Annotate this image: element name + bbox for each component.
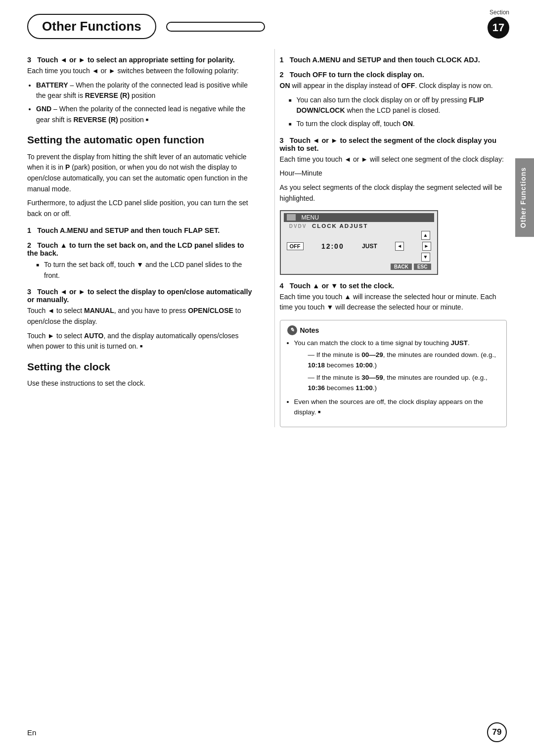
section3-body: Use these instructions to set the clock. [27, 378, 255, 389]
step3-segment-body1: Each time you touch ◄ or ► will select o… [280, 154, 507, 165]
menu-icon [287, 214, 296, 221]
clock-sub-label-dvdv: DVDV [289, 223, 307, 229]
polarity-list: BATTERY – When the polarity of the conne… [36, 80, 255, 126]
step4-body: Each time you touch ▲ will increase the … [280, 292, 507, 313]
clock-display-widget: MENU DVDV CLOCK ADJUST ▲ OFF 12:00 JUST … [280, 210, 438, 275]
step1-clock-heading: 1 Touch A.MENU and SETUP and then touch … [280, 56, 507, 64]
note-subitem-1-1: If the minute is 00—29, the minutes are … [301, 350, 500, 371]
step3-segment-heading: 3 Touch ◄ or ► to select the segment of … [280, 136, 507, 152]
clock-right-arrow[interactable]: ► [422, 242, 431, 251]
footer-page-number: 79 [487, 722, 507, 742]
clock-main-controls: OFF 12:00 JUST ◄ ► [284, 240, 434, 253]
page: Other Functions Section 17 Other Functio… [0, 0, 534, 756]
clock-off-btn[interactable]: OFF [287, 242, 304, 250]
header-title: Other Functions [27, 14, 156, 39]
step2-clock-list: You can also turn the clock display on o… [289, 95, 507, 130]
notes-header: ✎ Notes [287, 325, 500, 335]
main-content: 3 Touch ◄ or ► to select an appropriate … [0, 39, 534, 427]
step3-segment-body3: As you select segments of the clock disp… [280, 182, 507, 204]
back-esc-row: BACK ESC [284, 263, 434, 272]
notes-block: ✎ Notes You can match the clock to a tim… [280, 320, 507, 427]
clock-down-arrow[interactable]: ▼ [421, 253, 430, 262]
step3-select-body2: Touch ► to select AUTO, and the display … [27, 331, 255, 352]
notes-label: Notes [300, 326, 319, 334]
section-badge: 17 [488, 17, 509, 39]
section-number: 17 [488, 16, 509, 39]
header-blank-box [166, 22, 265, 32]
page-footer: En 79 [0, 722, 534, 742]
clock-sub-bar: DVDV CLOCK ADJUST [284, 222, 434, 230]
section3-heading: Setting the clock [27, 360, 255, 373]
section-area: Section 17 [488, 9, 509, 39]
clock-just-label: JUST [362, 243, 377, 250]
esc-btn[interactable]: ESC [414, 264, 431, 270]
footer-en: En [27, 728, 36, 737]
clock-up-arrow[interactable]: ▲ [421, 231, 430, 240]
step4-heading: 4 Touch ▲ or ▼ to set the clock. [280, 282, 507, 290]
section2-body2: Furthermore, to adjust the LCD panel sli… [27, 198, 255, 219]
step2-flap-bullet: To turn the set back off, touch ▼ and th… [36, 260, 255, 281]
notes-list: You can match the clock to a time signal… [294, 338, 500, 418]
note-sublist-1: If the minute is 00—29, the minutes are … [301, 350, 500, 394]
section2-body1: To prevent the display from hitting the … [27, 152, 255, 195]
step3-polarity-body: Each time you touch ◄ or ► switches betw… [27, 66, 255, 77]
left-column: 3 Touch ◄ or ► to select an appropriate … [27, 49, 260, 427]
page-header: Other Functions [0, 0, 534, 39]
bullet-gnd: GND – When the polarity of the connected… [36, 104, 255, 125]
note-subitem-1-2: If the minute is 30—59, the minutes are … [301, 373, 500, 394]
back-btn[interactable]: BACK [391, 264, 412, 270]
clock-sub-label: CLOCK ADJUST [312, 223, 368, 229]
note-item-1: You can match the clock to a time signal… [294, 338, 500, 394]
note-item-2: Even when the sources are off, the clock… [294, 397, 500, 418]
right-column: 1 Touch A.MENU and SETUP and then touch … [274, 49, 507, 427]
step1-flap-heading: 1 Touch A.MENU and SETUP and then touch … [27, 226, 255, 234]
step2-clock-heading: 2 Touch OFF to turn the clock display on… [280, 71, 507, 79]
step2-clock-bullet1: You can also turn the clock display on o… [289, 95, 507, 116]
side-tab: Other Functions [515, 158, 534, 237]
clock-up-arrow-row: ▲ [284, 230, 434, 240]
clock-menu-bar: MENU [284, 213, 434, 222]
step2-flap-list: To turn the set back off, touch ▼ and th… [36, 260, 255, 281]
step2-flap-heading: 2 Touch ▲ to turn the set back on, and t… [27, 241, 255, 257]
step3-polarity-heading: 3 Touch ◄ or ► to select an appropriate … [27, 56, 255, 64]
bullet-battery: BATTERY – When the polarity of the conne… [36, 80, 255, 101]
step2-clock-body1: ON will appear in the display instead of… [280, 81, 507, 91]
clock-left-arrow[interactable]: ◄ [395, 242, 404, 251]
step3-segment-body2: Hour—Minute [280, 168, 507, 179]
step3-select-heading: 3 Touch ◄ or ► to select the display to … [27, 288, 255, 304]
menu-label: MENU [302, 214, 319, 221]
step2-clock-bullet2: To turn the clock display off, touch ON. [289, 119, 507, 130]
step3-select-body1: Touch ◄ to select MANUAL, and you have t… [27, 306, 255, 327]
clock-time-display: 12:00 [321, 242, 344, 250]
section2-heading: Setting the automatic open function [27, 133, 255, 146]
section-label: Section [488, 9, 509, 16]
clock-down-arrow-row: ▼ [284, 253, 434, 263]
notes-icon: ✎ [287, 325, 297, 335]
